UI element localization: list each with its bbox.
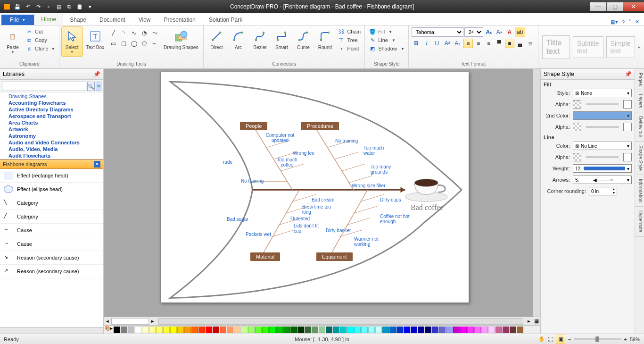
drawing-page[interactable]: People Procedures Material Equipment Com…	[160, 72, 469, 303]
fill-style-select[interactable]: ⊠None▾	[573, 89, 632, 97]
paste-button[interactable]: 📋 Paste ▼	[2, 26, 24, 57]
color-swatch[interactable]	[396, 327, 403, 333]
underline-button[interactable]: U	[432, 39, 442, 48]
color-swatch[interactable]	[213, 327, 219, 333]
color-swatch[interactable]	[488, 327, 495, 333]
highlight-button[interactable]: ab	[515, 27, 525, 37]
hscroll-right-button[interactable]: ▸	[525, 318, 533, 324]
pin-icon[interactable]: 📌	[625, 71, 632, 77]
canvas-hscroll[interactable]	[158, 318, 523, 325]
arc-tool-button[interactable]: ◝	[119, 28, 128, 38]
qat-print-icon[interactable]: ▾	[86, 2, 94, 11]
copy-button[interactable]: ⧉Copy	[24, 36, 57, 44]
fill-button[interactable]: 🪣Fill▼	[367, 27, 406, 36]
color-swatch[interactable]	[474, 327, 481, 333]
color-swatch[interactable]	[170, 327, 177, 333]
shadow-button[interactable]: ◩Shadow▼	[367, 44, 406, 53]
style-expand-icon[interactable]: ▸	[638, 44, 640, 50]
align-left-button[interactable]: ≡	[463, 39, 473, 48]
left-panel-hscroll[interactable]	[0, 327, 103, 334]
color-swatch[interactable]	[269, 327, 276, 333]
page-last-button[interactable]: ▸	[149, 318, 157, 324]
cut-button[interactable]: ✂Cut	[24, 27, 57, 36]
bold-button[interactable]: B	[412, 39, 421, 48]
line-color-select[interactable]: ⊠No Line▾	[573, 142, 632, 150]
doc-close-icon[interactable]: ✕	[635, 19, 639, 25]
open-library-header[interactable]: Fishbone diagrams ✕	[0, 159, 103, 169]
tree-node[interactable]: Audit Flowcharts	[0, 152, 103, 159]
cause-text[interactable]: rude	[223, 159, 232, 165]
color-swatch[interactable]	[411, 327, 417, 333]
cause-text[interactable]: Dirty basket	[326, 228, 351, 233]
category-equipment[interactable]: Equipment	[316, 252, 353, 261]
subscript-button[interactable]: A₂	[453, 39, 462, 48]
drawing-shapes-button[interactable]: Drawing Shapes	[160, 26, 201, 52]
bullets-button[interactable]: ≣	[526, 39, 535, 48]
tree-node[interactable]: Drawing Shapes	[0, 93, 103, 100]
font-family-select[interactable]: Tahoma	[412, 27, 463, 37]
tree-node[interactable]: Accounting Flowcharts	[0, 100, 103, 106]
zoom-value[interactable]: 59%	[630, 336, 640, 342]
polyline-tool-button[interactable]: ⤳	[150, 28, 159, 38]
effect-label[interactable]: Bad coffee	[411, 203, 443, 212]
font-size-select[interactable]: 24	[464, 27, 483, 37]
qat-copy-icon[interactable]: ⧉	[65, 2, 74, 11]
color-swatch[interactable]	[198, 327, 205, 333]
color-swatch[interactable]	[326, 327, 332, 333]
stencil-item[interactable]: ╲Category	[0, 196, 103, 210]
qat-open-icon[interactable]: ▤	[55, 2, 63, 11]
color-swatch[interactable]	[340, 327, 347, 333]
crop-tool-icon[interactable]: ⛶	[548, 336, 553, 342]
color-swatch[interactable]	[418, 327, 424, 333]
cause-text[interactable]: Lids don't fit cup	[294, 223, 327, 234]
color-swatch[interactable]	[481, 327, 488, 333]
stencil-item[interactable]: Effect (rectange head)	[0, 169, 103, 183]
close-button[interactable]: ✕	[623, 2, 644, 11]
cause-text[interactable]: Too much water	[363, 145, 392, 156]
simple-text-style[interactable]: Simple text	[606, 36, 635, 58]
color-swatch[interactable]	[333, 327, 339, 333]
side-tab-hypernote[interactable]: Hypernote	[635, 207, 644, 236]
line-tool-button[interactable]: ╱	[108, 28, 118, 38]
color-swatch[interactable]	[432, 327, 438, 333]
polygon-tool-button[interactable]: ⬠	[140, 39, 149, 48]
color-swatch[interactable]	[495, 327, 502, 333]
round-connector-button[interactable]: Round	[314, 26, 336, 52]
cause-text[interactable]: Computer not updated	[264, 133, 297, 143]
library-tree[interactable]: Drawing Shapes Accounting Flowcharts Act…	[0, 93, 103, 159]
color-swatch[interactable]	[389, 327, 396, 333]
cause-text[interactable]: Outdated	[290, 216, 310, 221]
canvas-scroll[interactable]: People Procedures Material Equipment Com…	[104, 69, 540, 317]
tab-solution-park[interactable]: Solution Park	[202, 15, 249, 25]
qat-new-icon[interactable]: ▫	[44, 2, 53, 11]
arrows-select[interactable]: 5:◀────○▾	[573, 176, 632, 184]
color-swatch[interactable]	[375, 327, 382, 333]
stencil-item[interactable]: ↘Reason (secondary cause)	[0, 251, 103, 265]
collapse-ribbon-icon[interactable]: ˄	[628, 19, 631, 25]
color-swatch[interactable]	[460, 327, 467, 333]
tree-node[interactable]: Aerospace and Transport	[0, 113, 103, 119]
tree-node[interactable]: Audio and Video Connectors	[0, 139, 103, 146]
cause-text[interactable]: Wrong fee	[293, 151, 314, 156]
color-swatch[interactable]	[262, 327, 269, 333]
color-swatch[interactable]	[290, 327, 297, 333]
color-swatch[interactable]	[382, 327, 389, 333]
qat-undo-icon[interactable]: ↶	[24, 2, 32, 11]
stencil-item[interactable]: ←Cause	[0, 224, 103, 237]
stencil-item[interactable]: ╱Category	[0, 210, 103, 224]
sector-tool-button[interactable]: ◔	[140, 28, 149, 38]
zoom-in-button[interactable]: +	[624, 336, 627, 342]
color-swatch[interactable]	[368, 327, 375, 333]
color-swatch[interactable]	[467, 327, 474, 333]
color-swatch[interactable]	[177, 327, 184, 333]
align-top-button[interactable]: ▀	[495, 39, 504, 48]
align-middle-button[interactable]: ■	[505, 39, 514, 48]
color-swatch[interactable]	[297, 327, 304, 333]
file-tab[interactable]: File ▼	[1, 15, 34, 25]
italic-button[interactable]: I	[422, 39, 431, 48]
qat-paste-icon[interactable]: 📋	[75, 2, 84, 11]
color-swatch[interactable]	[241, 327, 248, 333]
window-list-icon[interactable]: ▦▾	[611, 19, 618, 25]
minimize-button[interactable]: —	[590, 2, 607, 11]
tab-view[interactable]: View	[132, 15, 157, 25]
